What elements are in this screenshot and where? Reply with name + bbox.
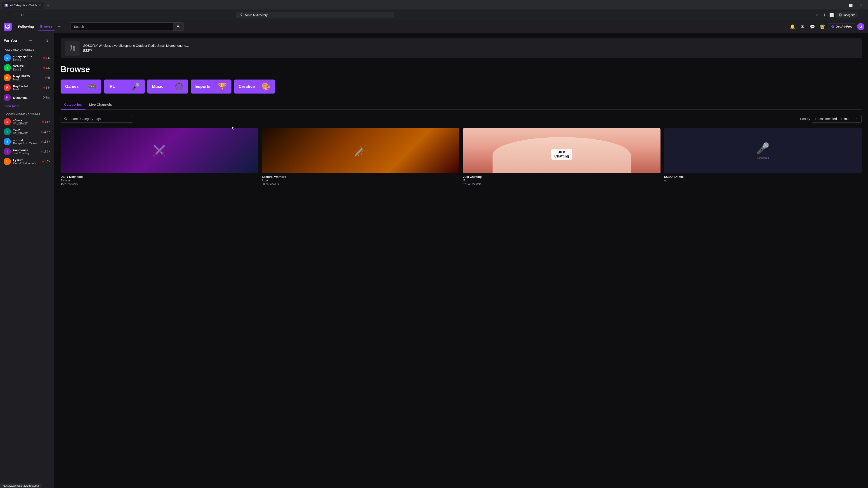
channel-info: RayRachel Music	[13, 85, 41, 91]
channel-viewers: 384	[43, 86, 51, 89]
live-dot	[41, 131, 42, 133]
minimize-button[interactable]: —	[835, 1, 845, 10]
ad-price: $3390	[83, 48, 857, 53]
game-card[interactable]: 🎤 Sponsored SOSOFLY Mic Ad	[664, 128, 862, 188]
channel-item[interactable]: I ironmouse Just Chatting 17.3K	[0, 147, 54, 157]
channel-game: Dota 2	[13, 58, 41, 61]
twitch-logo[interactable]	[4, 23, 12, 31]
channel-info: TenZ VALORANT	[13, 129, 38, 135]
channel-info: kkatamina	[13, 96, 40, 99]
close-button[interactable]: ✕	[856, 1, 866, 10]
game-card[interactable]: 🗡️ Samurai Warriors Action 38.7K viewers	[262, 128, 459, 188]
new-tab-button[interactable]: +	[45, 2, 51, 8]
channel-item[interactable]: S s0mcs VALORANT 8.5K	[0, 117, 54, 127]
reload-button[interactable]: ↻	[19, 12, 25, 18]
search-button[interactable]	[173, 23, 183, 31]
back-button[interactable]: ←	[3, 12, 9, 18]
channel-game: VALORANT	[13, 132, 38, 135]
incognito-button[interactable]: Incognito	[836, 12, 858, 18]
channel-name: VCM354	[13, 65, 41, 68]
twitch-main: For You ⇐ ⇅ FOLLOWED CHANNELS S solapsap…	[0, 33, 868, 488]
incognito-label: Incognito	[843, 13, 855, 17]
get-ad-free-button[interactable]: Get Ad-Free	[828, 23, 855, 30]
channel-item[interactable]: S solapsapdota Dota 2 340	[0, 53, 54, 63]
category-pill-esports[interactable]: Esports 🏆	[191, 79, 231, 94]
activity-button[interactable]: 💬	[808, 23, 816, 31]
crown-button[interactable]: 👑	[818, 23, 827, 31]
channel-info: s0mcs VALORANT	[13, 119, 40, 125]
channel-item[interactable]: T TenZ VALORANT 13.4K	[0, 127, 54, 137]
sort-select[interactable]: Recommended For You	[812, 115, 862, 123]
channel-name: Magic899TV	[13, 74, 42, 78]
channel-avatar: S	[4, 138, 11, 145]
channel-info: solapsapdota Dota 2	[13, 55, 41, 61]
for-you-label: For You	[4, 39, 17, 43]
twitch-header: Following Browse ⋯ 🔔 ✉ 💬 👑 Get Ad-Free U	[0, 20, 868, 33]
game-card[interactable]: ⚔️ DEFY Definition Shooter 45.2K viewers	[61, 128, 258, 188]
category-pill-games[interactable]: Games 🎮	[61, 79, 101, 94]
channel-info: Lysium Grand Theft Auto V	[13, 158, 40, 165]
category-label: Esports	[195, 84, 211, 89]
twitch-app: Following Browse ⋯ 🔔 ✉ 💬 👑 Get Ad-Free U	[0, 20, 868, 488]
active-tab[interactable]: All Categories - Twitch ✕	[2, 2, 44, 9]
sidebar-sort-button[interactable]: ⇅	[44, 37, 51, 44]
category-pill-creative[interactable]: Creative 🎨	[234, 79, 275, 94]
maximize-button[interactable]: ⬜	[845, 1, 856, 10]
search-input[interactable]	[71, 23, 173, 30]
channel-game: VALORANT	[13, 122, 40, 125]
channel-info: VCM354 Dota 2	[13, 65, 41, 71]
channel-info: ironmouse Just Chatting	[13, 149, 38, 155]
svg-rect-0	[8, 25, 8, 26]
game-card[interactable]: JustChatting Just Chatting IRL 120.4K vi…	[463, 128, 660, 188]
user-avatar[interactable]: U	[857, 23, 864, 30]
channel-item[interactable]: S shroud Escape from Tarkov 11.8K	[0, 137, 54, 147]
channel-item[interactable]: L Lysium Grand Theft Auto V 4.7K	[0, 157, 54, 166]
category-icon: 🏆	[218, 82, 227, 91]
browser-actions: ☆ ⬇ ⬜ Incognito ⋮	[814, 12, 865, 18]
browse-nav-item[interactable]: Browse	[37, 23, 55, 31]
tag-search-input[interactable]	[69, 117, 129, 121]
channel-item[interactable]: R RayRachel Music 384	[0, 83, 54, 93]
browse-tabs: CategoriesLive Channels	[61, 100, 862, 109]
sort-selected-value: Recommended For You	[815, 117, 848, 121]
channel-avatar: R	[4, 84, 11, 91]
bookmark-button[interactable]: ☆	[814, 12, 820, 18]
address-input[interactable]: twitch.tv/directory	[236, 12, 394, 18]
menu-button[interactable]: ⋮	[859, 12, 865, 18]
tag-search	[61, 115, 133, 123]
sidebar-collapse-button[interactable]: ⇐	[27, 37, 34, 44]
ad-banner[interactable]: SOSOFLY Wireless Live Microphone Outdoor…	[61, 38, 862, 58]
channel-item[interactable]: K kkatamina Offline	[0, 93, 54, 103]
game-name: Samurai Warriors	[262, 175, 459, 178]
live-dot	[43, 57, 45, 59]
game-category: Ad	[664, 179, 862, 182]
following-nav-item[interactable]: Following	[16, 23, 37, 30]
header-actions: 🔔 ✉ 💬 👑 Get Ad-Free U	[788, 23, 864, 31]
show-more-button[interactable]: Show More	[0, 103, 54, 109]
address-bar-row: ← → ↻ twitch.tv/directory ☆ ⬇ ⬜ Incognit…	[0, 9, 868, 20]
category-label: Games	[65, 84, 79, 89]
tab-live-channels[interactable]: Live Channels	[86, 100, 116, 109]
tab-close-button[interactable]: ✕	[39, 4, 41, 7]
more-nav-button[interactable]: ⋯	[56, 23, 63, 30]
notifications-button[interactable]: 🔔	[788, 23, 797, 31]
channel-avatar: T	[4, 128, 11, 135]
tab-favicon	[4, 4, 8, 7]
game-thumbnail: JustChatting	[463, 128, 660, 173]
channel-item[interactable]: V VCM354 Dota 2 120	[0, 63, 54, 73]
tab-categories[interactable]: Categories	[61, 100, 86, 109]
channel-item[interactable]: M Magic899TV Music 58	[0, 73, 54, 83]
browser-chrome: All Categories - Twitch ✕ + — ⬜ ✕ ← → ↻ …	[0, 0, 868, 20]
game-info: Samurai Warriors Action 38.7K viewers	[262, 173, 459, 188]
download-button[interactable]: ⬇	[821, 12, 828, 18]
messages-button[interactable]: ✉	[798, 23, 807, 31]
category-pill-irl[interactable]: IRL 🎤	[104, 79, 145, 94]
forward-button[interactable]: →	[11, 12, 17, 18]
category-pill-music[interactable]: Music 🎧	[147, 79, 188, 94]
viewer-count: 120	[46, 66, 51, 69]
channel-game: Music	[13, 78, 42, 81]
category-icon: 🎮	[88, 82, 97, 91]
game-name: DEFY Definition	[61, 175, 258, 178]
extensions-button[interactable]: ⬜	[829, 12, 835, 18]
header-search	[70, 22, 184, 31]
